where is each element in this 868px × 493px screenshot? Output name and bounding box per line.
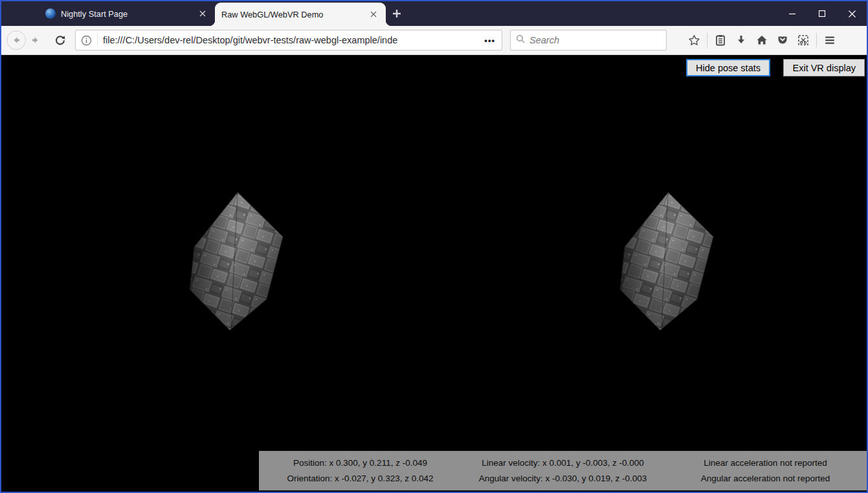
globe-favicon-icon: [45, 8, 56, 19]
toolbar-icons: [684, 30, 840, 50]
tab-nightly-start-page[interactable]: Nightly Start Page: [39, 1, 215, 26]
url-text[interactable]: file:///C:/Users/dev-rel/Desktop/git/web…: [103, 35, 479, 45]
tab-title: Raw WebGL/WebVR Demo: [221, 10, 362, 19]
angular-velocity-stat: Angular velocity: x -0.030, y 0.019, z -…: [479, 474, 647, 483]
site-identity-info-icon[interactable]: [81, 35, 97, 46]
tab-raw-webgl-webvr-demo[interactable]: Raw WebGL/WebVR Demo: [215, 3, 386, 26]
hide-pose-stats-button[interactable]: Hide pose stats: [686, 59, 770, 76]
screenshots-icon[interactable]: [793, 30, 814, 50]
titlebar-drag-space: [1, 1, 39, 26]
linear-velocity-stat: Linear velocity: x 0.001, y -0.003, z -0…: [482, 458, 644, 468]
tab-close-icon[interactable]: [197, 8, 208, 19]
maximize-button[interactable]: [807, 1, 837, 26]
tab-close-icon[interactable]: [368, 8, 379, 20]
toolbar-separator: [816, 33, 817, 47]
search-bar[interactable]: [510, 30, 667, 51]
orientation-stat: Orientation: x -0.027, y 0.323, z 0.042: [287, 474, 434, 483]
exit-vr-display-button[interactable]: Exit VR display: [783, 59, 865, 76]
pose-stats-column-position: Position: x 0.300, y 0.211, z -0.049 Ori…: [259, 451, 462, 490]
close-button[interactable]: [837, 1, 867, 26]
right-eye-cube: [620, 192, 713, 330]
navigation-toolbar: file:///C:/Users/dev-rel/Desktop/git/web…: [1, 26, 867, 55]
minimize-button[interactable]: [777, 1, 807, 26]
pose-stats-column-acceleration: Linear acceleration not reported Angular…: [664, 451, 867, 490]
bookmarks-menu-icon[interactable]: [710, 30, 731, 50]
pocket-icon[interactable]: [772, 30, 793, 50]
window-controls: [777, 1, 867, 26]
downloads-icon[interactable]: [731, 30, 751, 50]
position-stat: Position: x 0.300, y 0.211, z -0.049: [293, 458, 427, 468]
angular-acceleration-stat: Angular acceleration not reported: [701, 474, 830, 483]
pose-stats-bar: Position: x 0.300, y 0.211, z -0.049 Ori…: [259, 451, 867, 490]
bookmark-star-icon[interactable]: [684, 30, 704, 50]
search-icon: [516, 34, 526, 47]
menu-hamburger-icon[interactable]: [819, 30, 840, 50]
forward-button[interactable]: [26, 30, 45, 50]
search-input[interactable]: [529, 35, 661, 45]
reload-button[interactable]: [50, 30, 70, 50]
url-bar[interactable]: file:///C:/Users/dev-rel/Desktop/git/web…: [75, 30, 502, 51]
urlbar-separator: [97, 34, 98, 47]
page-actions-menu-icon[interactable]: •••: [479, 36, 496, 45]
browser-window: Nightly Start Page Raw WebGL/WebVR Demo: [0, 0, 868, 493]
page-content: Hide pose stats Exit VR display Position…: [1, 55, 867, 492]
home-icon[interactable]: [751, 30, 772, 50]
linear-acceleration-stat: Linear acceleration not reported: [704, 458, 827, 468]
left-eye-cube: [190, 192, 283, 330]
tab-title: Nightly Start Page: [61, 9, 192, 19]
url-fade-overlay: [449, 35, 479, 45]
back-button[interactable]: [6, 30, 26, 50]
pose-stats-column-velocity: Linear velocity: x 0.001, y -0.003, z -0…: [462, 451, 664, 490]
toolbar-separator: [707, 33, 707, 47]
webgl-stereo-canvas[interactable]: [1, 55, 867, 492]
titlebar[interactable]: Nightly Start Page Raw WebGL/WebVR Demo: [1, 1, 867, 26]
